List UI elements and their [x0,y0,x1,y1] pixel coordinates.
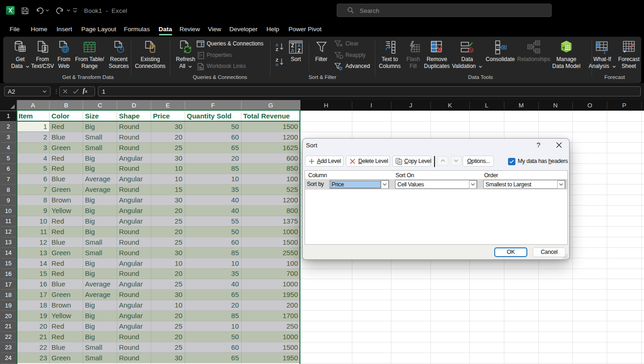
svg-text:Green: Green [51,185,71,193]
svg-text:L: L [485,102,489,109]
svg-text:1500: 1500 [282,343,298,351]
svg-text:15: 15 [40,269,47,277]
svg-text:24: 24 [5,354,11,361]
svg-text:Big: Big [85,164,95,172]
svg-text:85: 85 [231,164,239,172]
svg-text:C: C [98,102,102,109]
svg-text:40: 40 [231,280,239,288]
svg-text:23: 23 [40,354,47,362]
svg-text:14: 14 [5,249,11,256]
svg-text:D: D [132,102,136,109]
svg-text:Red: Red [51,164,64,172]
svg-text:60: 60 [231,133,239,141]
svg-text:Angular: Angular [119,301,143,309]
svg-text:Red: Red [51,154,64,162]
svg-text:10: 10 [175,259,182,267]
svg-text:65: 65 [231,144,239,151]
svg-text:Round: Round [119,354,139,362]
svg-text:17: 17 [40,291,47,298]
svg-text:55: 55 [231,217,239,225]
svg-text:1200: 1200 [282,196,298,204]
svg-text:Green: Green [51,354,71,362]
svg-text:13: 13 [5,239,11,246]
svg-text:25: 25 [175,280,182,288]
svg-text:Item: Item [19,112,33,120]
svg-text:J: J [409,102,412,109]
svg-text:5: 5 [6,155,10,162]
svg-text:Big: Big [85,207,95,214]
svg-text:65: 65 [231,291,239,298]
svg-text:1700: 1700 [282,312,298,319]
svg-text:Color: Color [51,112,69,120]
svg-text:1000: 1000 [282,333,298,341]
svg-text:X: X [8,7,12,14]
svg-text:Red: Red [51,333,64,341]
svg-text:60: 60 [231,238,239,246]
svg-text:30: 30 [175,249,182,257]
svg-text:1375: 1375 [282,217,298,225]
svg-text:M: M [519,102,524,109]
svg-text:850: 850 [286,164,298,172]
svg-text:10: 10 [175,164,182,172]
svg-text:K: K [448,102,452,109]
svg-text:7: 7 [43,185,47,193]
svg-text:100: 100 [286,175,298,183]
svg-text:10: 10 [231,259,239,267]
svg-text:18: 18 [5,291,11,298]
svg-text:12: 12 [40,238,47,246]
svg-text:Blue: Blue [51,175,65,183]
svg-text:6: 6 [43,175,47,183]
svg-text:10: 10 [231,175,239,183]
svg-text:20: 20 [40,322,47,330]
svg-text:600: 600 [286,154,298,162]
svg-text:7: 7 [6,176,10,183]
svg-text:Red: Red [51,322,64,330]
svg-text:9: 9 [6,197,10,204]
svg-text:50: 50 [231,228,239,235]
svg-text:Red: Red [51,259,64,267]
svg-text:1950: 1950 [282,291,298,298]
svg-text:1200: 1200 [282,133,298,141]
svg-text:40: 40 [231,196,239,204]
svg-text:Big: Big [85,312,95,319]
svg-text:Big: Big [85,123,95,130]
svg-text:25: 25 [175,322,182,330]
svg-text:Big: Big [85,322,95,330]
svg-text:Blue: Blue [51,238,65,246]
svg-text:Average: Average [85,291,111,298]
svg-text:Average: Average [85,185,111,193]
svg-text:1: 1 [6,112,10,119]
svg-text:10: 10 [5,207,11,214]
svg-text:Blue: Blue [51,133,65,141]
svg-text:Red: Red [51,217,64,225]
svg-text:2550: 2550 [282,249,298,257]
svg-text:Brown: Brown [51,196,71,204]
svg-text:Yellow: Yellow [51,312,71,319]
svg-text:30: 30 [175,354,182,362]
svg-text:Small: Small [85,238,102,246]
svg-text:Red: Red [51,123,64,130]
svg-text:1500: 1500 [282,238,298,246]
svg-text:Green: Green [51,144,71,151]
svg-text:Average: Average [85,175,111,183]
svg-text:Red: Red [51,228,64,235]
svg-text:21: 21 [5,323,11,330]
svg-text:1500: 1500 [282,123,298,130]
svg-text:Round: Round [119,238,139,246]
svg-text:Round: Round [119,333,139,341]
svg-text:50: 50 [231,333,239,341]
svg-text:8: 8 [43,196,47,204]
svg-text:14: 14 [40,259,47,267]
svg-text:30: 30 [175,123,182,130]
svg-text:19: 19 [5,302,11,309]
svg-text:25: 25 [175,238,182,246]
svg-text:9: 9 [43,207,47,214]
svg-text:11: 11 [5,218,11,224]
svg-text:F: F [211,102,215,109]
svg-text:Round: Round [119,228,139,235]
svg-text:10: 10 [231,322,239,330]
svg-text:20: 20 [175,207,182,214]
svg-text:100: 100 [286,259,298,267]
svg-text:Blue: Blue [51,343,65,351]
svg-text:3: 3 [43,144,47,151]
